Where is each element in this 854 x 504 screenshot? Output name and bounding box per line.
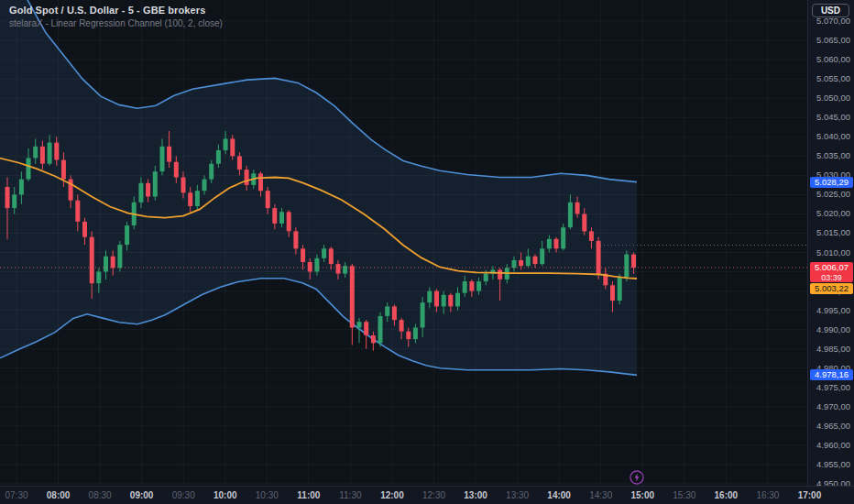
time-tick-label: 11:30 [339,490,361,500]
time-tick-label: 08:00 [47,490,71,500]
time-tick-label: 09:00 [130,490,154,500]
price-tick-label: 5.020,00 [816,209,850,218]
price-tick-label: 5.070,00 [816,16,850,26]
price-tick-label: 4.965,00 [816,422,850,431]
time-tick-label: 09:30 [172,490,195,500]
price-tick-label: 5.035,00 [816,151,850,160]
price-tick-label: 5.025,00 [816,190,850,199]
chart-header: Gold Spot / U.S. Dollar - 5 - GBE broker… [9,5,223,28]
time-axis[interactable]: 07:3008:0008:3009:0009:3010:0010:3011:00… [0,486,854,504]
channel-lower-price-label: 4.978,16 [810,369,853,380]
price-tick-label: 4.975,00 [816,383,850,392]
price-tick-label: 5.050,00 [816,93,850,103]
time-tick-label: 10:30 [256,490,279,500]
time-tick-label: 11:00 [297,490,320,500]
price-tick-label: 5.015,00 [816,228,850,237]
bar-countdown: 03:39 [810,273,853,282]
price-tick-label: 5.055,00 [816,74,850,83]
time-tick-label: 13:00 [464,490,487,500]
price-axis[interactable]: 5.070,005.065,005.060,005.055,005.050,00… [807,0,854,486]
channel-upper-price-label: 5.028,29 [810,177,853,188]
price-tick-label: 4.970,00 [816,402,850,411]
time-tick-label: 08:30 [89,490,112,500]
price-tick-label: 4.990,00 [816,325,850,334]
currency-toggle-button[interactable]: USD [812,4,849,17]
price-tick-label: 4.960,00 [816,441,850,450]
price-tick-label: 4.955,00 [816,460,850,469]
event-marker-icon[interactable] [630,470,644,485]
price-tick-label: 5.010,00 [816,248,850,257]
time-tick-label: 07:30 [5,490,27,500]
regression-mid-price-label: 5.003,22 [810,283,853,294]
last-price-label: 5.006,0703:39 [810,262,853,282]
time-tick-label: 14:30 [589,490,612,500]
indicator-title[interactable]: stelaraX - Linear Regression Channel (10… [9,18,223,28]
time-tick-label: 12:30 [422,490,445,500]
symbol-title[interactable]: Gold Spot / U.S. Dollar - 5 - GBE broker… [9,5,223,16]
time-tick-label: 16:00 [715,490,739,500]
time-tick-label: 13:30 [506,490,529,500]
price-tick-label: 4.985,00 [816,345,850,354]
price-tick-label: 5.060,00 [816,55,850,64]
time-tick-label: 12:00 [380,490,404,500]
chart-pane[interactable] [0,0,807,486]
time-tick-label: 17:00 [798,490,822,500]
time-tick-label: 16:30 [756,490,779,500]
price-tick-label: 5.065,00 [816,36,850,45]
price-tick-label: 5.045,00 [816,113,850,122]
time-tick-label: 15:00 [630,490,654,500]
time-tick-label: 14:00 [547,490,571,500]
regression-channel-fill [0,0,637,375]
price-tick-label: 5.040,00 [816,132,850,141]
price-chart [0,0,807,486]
price-tick-label: 4.995,00 [816,306,850,315]
chart-root: Gold Spot / U.S. Dollar - 5 - GBE broker… [0,0,854,504]
time-tick-label: 15:30 [673,490,695,500]
time-tick-label: 10:00 [214,490,237,500]
